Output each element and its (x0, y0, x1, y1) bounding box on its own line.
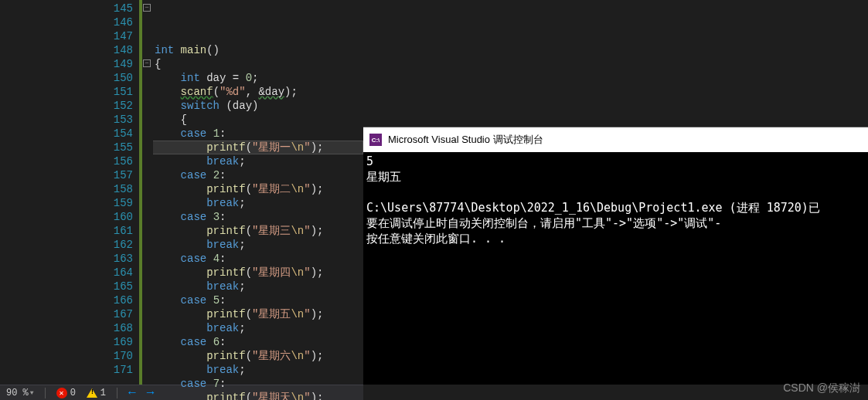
code-line[interactable]: printf("星期一\n"); (153, 141, 363, 154)
console-titlebar[interactable]: C:\ Microsoft Visual Studio 调试控制台 (363, 127, 868, 152)
code-line[interactable]: int main() (153, 43, 363, 57)
warning-icon (87, 388, 97, 398)
code-line[interactable]: case 5: (153, 293, 363, 307)
code-line[interactable]: break; (153, 196, 363, 210)
code-line[interactable]: { (153, 113, 363, 127)
line-number[interactable]: 146 (85, 15, 133, 29)
code-line[interactable]: switch (day) (153, 99, 363, 113)
line-number[interactable]: 171 (85, 363, 133, 377)
code-line[interactable]: case 3: (153, 210, 363, 224)
code-line[interactable]: break; (153, 321, 363, 335)
line-number[interactable]: 168 (85, 321, 133, 335)
line-number[interactable]: 149 (85, 57, 133, 71)
error-number: 0 (70, 388, 76, 398)
separator (45, 388, 46, 398)
line-number[interactable]: 154 (85, 127, 133, 141)
code-line[interactable]: printf("星期二\n"); (153, 182, 363, 196)
line-number[interactable]: 156 (85, 154, 133, 168)
nav-back-button[interactable]: ← (128, 386, 136, 400)
code-line[interactable]: int day = 0; (153, 71, 363, 85)
code-line[interactable]: case 7: (153, 377, 363, 391)
zoom-value: 90 % (6, 388, 29, 398)
line-number[interactable]: 158 (85, 182, 133, 196)
line-number[interactable]: 157 (85, 168, 133, 182)
fold-column[interactable]: −− (142, 0, 153, 385)
fold-toggle-icon[interactable]: − (143, 59, 151, 67)
line-number[interactable]: 152 (85, 99, 133, 113)
line-number-gutter[interactable]: 1451461471481491501511521531541551561571… (85, 0, 139, 385)
line-number[interactable]: 160 (85, 210, 133, 224)
code-line[interactable]: case 6: (153, 335, 363, 349)
code-line[interactable]: break; (153, 154, 363, 168)
code-line[interactable]: break; (153, 280, 363, 293)
console-output[interactable]: 5 星期五 C:\Users\87774\Desktop\2022_1_16\D… (363, 152, 868, 248)
line-number[interactable]: 145 (85, 2, 133, 15)
fold-toggle-icon[interactable]: − (143, 4, 151, 12)
code-line[interactable]: scanf("%d", &day); (153, 85, 363, 99)
code-line[interactable]: printf("星期三\n"); (153, 224, 363, 238)
line-number[interactable]: 147 (85, 29, 133, 43)
code-line[interactable]: case 1: (153, 127, 363, 141)
line-number[interactable]: 155 (85, 141, 133, 154)
chevron-down-icon: ▼ (30, 389, 34, 396)
code-line[interactable]: case 2: (153, 168, 363, 182)
line-number[interactable]: 169 (85, 335, 133, 349)
line-number[interactable]: 162 (85, 238, 133, 252)
line-number[interactable]: 148 (85, 43, 133, 57)
line-number[interactable]: 164 (85, 266, 133, 280)
line-number[interactable]: 166 (85, 293, 133, 307)
error-count[interactable]: ✕ 0 (56, 388, 76, 398)
debug-console-window[interactable]: C:\ Microsoft Visual Studio 调试控制台 5 星期五 … (363, 127, 868, 385)
error-icon: ✕ (56, 388, 67, 398)
zoom-dropdown[interactable]: 90 % ▼ (6, 388, 34, 398)
code-line[interactable]: printf("星期四\n"); (153, 266, 363, 280)
console-title: Microsoft Visual Studio 调试控制台 (388, 133, 543, 147)
line-number[interactable]: 159 (85, 196, 133, 210)
vs-console-icon: C:\ (369, 134, 382, 146)
code-editor[interactable]: 1451461471481491501511521531541551561571… (0, 0, 363, 385)
line-number[interactable]: 161 (85, 224, 133, 238)
line-number[interactable]: 167 (85, 307, 133, 321)
line-number[interactable]: 170 (85, 349, 133, 363)
code-line[interactable]: break; (153, 363, 363, 377)
line-number[interactable]: 151 (85, 85, 133, 99)
code-line[interactable]: case 4: (153, 252, 363, 266)
code-line[interactable]: break; (153, 238, 363, 252)
code-line[interactable]: printf("星期五\n"); (153, 307, 363, 321)
line-number[interactable]: 150 (85, 71, 133, 85)
code-content[interactable]: int main(){ int day = 0; scanf("%d", &da… (153, 0, 363, 385)
code-line[interactable]: printf("星期六\n"); (153, 349, 363, 363)
warning-count[interactable]: 1 (87, 388, 106, 398)
code-line[interactable]: { (153, 57, 363, 71)
code-line[interactable]: printf("星期天\n"); (153, 391, 363, 400)
warning-number: 1 (100, 388, 106, 398)
line-number[interactable]: 163 (85, 252, 133, 266)
line-number[interactable]: 165 (85, 280, 133, 293)
separator (117, 388, 117, 398)
editor-left-margin (0, 0, 85, 385)
watermark: CSDN @侯稼澍 (783, 381, 860, 395)
line-number[interactable]: 153 (85, 113, 133, 127)
